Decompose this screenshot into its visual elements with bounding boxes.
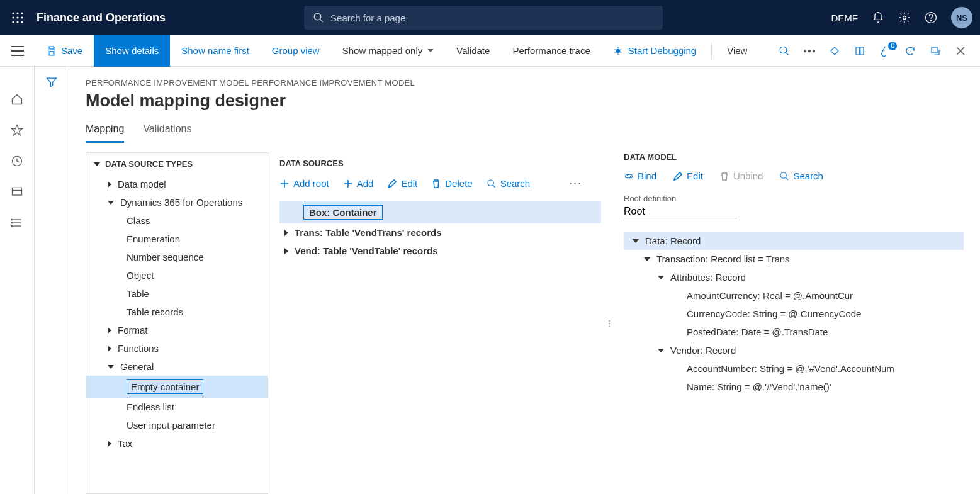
node-endless-list[interactable]: Endless list [86, 398, 268, 416]
home-icon[interactable] [11, 93, 23, 108]
bind-button[interactable]: Bind [624, 171, 656, 181]
svg-rect-29 [13, 188, 22, 195]
company-code[interactable]: DEMF [831, 13, 859, 23]
node-class[interactable]: Class [86, 211, 268, 230]
help-icon[interactable] [925, 11, 937, 24]
node-d365[interactable]: Dynamics 365 for Operations [86, 193, 268, 211]
nav-toggle-icon[interactable] [0, 35, 35, 67]
delete-button[interactable]: Delete [431, 178, 472, 189]
dm-row-transaction[interactable]: Transaction: Record list = Trans [624, 250, 964, 268]
pin-icon[interactable] [828, 45, 842, 57]
node-number-sequence[interactable]: Number sequence [86, 248, 268, 266]
dm-row-vendor[interactable]: Vendor: Record [624, 341, 964, 359]
node-general[interactable]: General [86, 357, 268, 376]
app-launcher-icon[interactable] [8, 8, 28, 28]
tab-bar: Mapping Validations [86, 123, 964, 143]
svg-rect-18 [50, 51, 54, 55]
overflow-icon[interactable] [803, 49, 816, 53]
node-functions[interactable]: Functions [86, 339, 268, 357]
node-enumeration[interactable]: Enumeration [86, 230, 268, 248]
dm-search-button[interactable]: Search [779, 171, 823, 181]
gear-icon[interactable] [898, 11, 911, 24]
favorites-icon[interactable] [11, 124, 23, 138]
svg-point-19 [616, 48, 620, 53]
toolbar-search-icon[interactable] [777, 45, 791, 57]
save-button[interactable]: Save [35, 35, 94, 67]
bell-icon[interactable] [872, 11, 884, 24]
svg-point-35 [11, 222, 13, 223]
page-title: Model mapping designer [86, 91, 964, 111]
svg-point-34 [11, 219, 13, 220]
dm-row-attributes[interactable]: Attributes: Record [624, 268, 964, 286]
node-tax[interactable]: Tax [86, 434, 268, 452]
svg-point-41 [488, 180, 493, 186]
view-button[interactable]: View [716, 35, 758, 67]
add-root-button[interactable]: Add root [279, 178, 329, 189]
toolbar-divider [711, 42, 712, 60]
workspaces-icon[interactable] [11, 186, 23, 200]
popout-icon[interactable] [928, 45, 942, 57]
node-empty-container[interactable]: Empty container [86, 376, 268, 398]
dm-row-account[interactable]: AccountNumber: String = @.'#Vend'.Accoun… [624, 359, 964, 378]
svg-point-24 [813, 50, 815, 52]
dm-row-amount[interactable]: AmountCurrency: Real = @.AmountCur [624, 286, 964, 305]
dm-row-data[interactable]: Data: Record [624, 232, 964, 250]
show-name-first-button[interactable]: Show name first [170, 35, 261, 67]
svg-point-2 [21, 12, 23, 14]
refresh-icon[interactable] [903, 45, 917, 57]
svg-point-6 [12, 21, 14, 23]
performance-trace-button[interactable]: Performance trace [501, 35, 601, 67]
show-mapped-only-dropdown[interactable]: Show mapped only [331, 35, 446, 67]
tab-mapping[interactable]: Mapping [86, 123, 124, 143]
svg-rect-25 [932, 47, 937, 53]
dm-row-currency[interactable]: CurrencyCode: String = @.CurrencyCode [624, 305, 964, 323]
svg-point-8 [21, 21, 23, 23]
dm-row-name[interactable]: Name: String = @.'#Vend'.'name()' [624, 378, 964, 396]
node-table[interactable]: Table [86, 284, 268, 303]
recent-icon[interactable] [11, 155, 23, 169]
svg-point-20 [780, 47, 787, 53]
data-sources-panel: DATA SOURCES Add root Add Edit Delete Se… [268, 152, 607, 494]
collapse-icon[interactable] [94, 162, 100, 166]
dm-row-posted[interactable]: PostedDate: Date = @.TransDate [624, 323, 964, 341]
node-table-records[interactable]: Table records [86, 303, 268, 321]
filter-icon[interactable] [45, 76, 58, 494]
book-icon[interactable] [853, 45, 867, 57]
svg-point-3 [12, 16, 14, 18]
start-debugging-label: Start Debugging [628, 45, 696, 56]
dm-edit-button[interactable]: Edit [673, 171, 703, 181]
show-details-button[interactable]: Show details [94, 35, 170, 67]
start-debugging-button[interactable]: Start Debugging [602, 35, 707, 67]
node-user-input-parameter[interactable]: User input parameter [86, 416, 268, 434]
add-button[interactable]: Add [343, 178, 374, 189]
attachments-badge: 0 [888, 42, 897, 50]
svg-point-4 [16, 16, 18, 18]
modules-icon[interactable] [11, 216, 23, 231]
tab-validations[interactable]: Validations [143, 123, 191, 143]
user-avatar[interactable]: NS [951, 7, 972, 28]
svg-point-7 [16, 21, 18, 23]
svg-point-9 [314, 13, 321, 20]
ds-overflow-icon[interactable]: ··· [569, 177, 601, 190]
node-data-model[interactable]: Data model [86, 175, 268, 193]
ds-row-trans[interactable]: Trans: Table 'VendTrans' records [279, 223, 601, 242]
close-icon[interactable] [954, 46, 967, 56]
group-view-button[interactable]: Group view [261, 35, 331, 67]
edit-button[interactable]: Edit [387, 178, 417, 189]
action-toolbar: Save Show details Show name first Group … [0, 35, 980, 67]
ds-row-vend[interactable]: Vend: Table 'VendTable' records [279, 242, 601, 260]
validate-button[interactable]: Validate [445, 35, 501, 67]
svg-point-43 [780, 172, 786, 178]
svg-line-21 [786, 52, 789, 55]
root-definition-input[interactable] [624, 203, 737, 220]
svg-point-1 [16, 12, 18, 14]
ds-row-box[interactable]: Box: Container [279, 201, 601, 223]
global-search[interactable]: Search for a page [304, 6, 663, 30]
data-source-types-panel: DATA SOURCE TYPES Data model Dynamics 36… [86, 152, 268, 494]
data-model-header: DATA MODEL [624, 152, 964, 171]
node-object[interactable]: Object [86, 266, 268, 284]
data-model-panel: DATA MODEL Bind Edit Unbind Search Root … [611, 152, 964, 494]
node-format[interactable]: Format [86, 321, 268, 339]
attachments-icon[interactable]: 0 [878, 45, 892, 57]
ds-search-button[interactable]: Search [487, 178, 531, 189]
